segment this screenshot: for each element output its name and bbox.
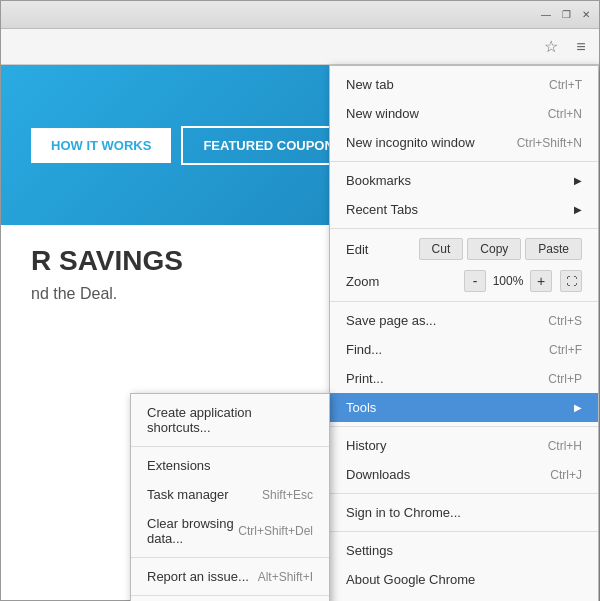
zoom-row: Zoom - 100% + ⛶ [330,265,598,297]
zoom-out-button[interactable]: - [464,270,486,292]
menu-section-new: New tab Ctrl+T New window Ctrl+N New inc… [330,66,598,162]
menu-item-tools[interactable]: Tools ▶ Create application shortcuts... … [330,393,598,422]
menu-item-new-incognito[interactable]: New incognito window Ctrl+Shift+N [330,128,598,157]
zoom-fullscreen-button[interactable]: ⛶ [560,270,582,292]
menu-item-history[interactable]: History Ctrl+H [330,431,598,460]
menu-item-new-window[interactable]: New window Ctrl+N [330,99,598,128]
browser-window: — ❐ ✕ ☆ ≡ HOW IT WORKS FEATURED COUPONS … [0,0,600,601]
zoom-in-button[interactable]: + [530,270,552,292]
maximize-button[interactable]: ❐ [557,6,575,24]
zoom-label: Zoom [346,274,464,289]
close-button[interactable]: ✕ [577,6,595,24]
menu-section-signin: Sign in to Chrome... [330,494,598,532]
menu-item-downloads[interactable]: Downloads Ctrl+J [330,460,598,489]
edit-label: Edit [346,242,419,257]
submenu-item-extensions[interactable]: Extensions [131,451,329,480]
recent-tabs-arrow-icon: ▶ [574,204,582,215]
menu-item-bookmarks[interactable]: Bookmarks ▶ [330,166,598,195]
chrome-menu-icon[interactable]: ≡ [569,35,593,59]
browser-toolbar: ☆ ≡ [1,29,599,65]
zoom-controls: - 100% + ⛶ [464,270,582,292]
menu-section-history: History Ctrl+H Downloads Ctrl+J [330,427,598,494]
main-dropdown-menu: New tab Ctrl+T New window Ctrl+N New inc… [329,65,599,601]
menu-section-page: Save page as... Ctrl+S Find... Ctrl+F Pr… [330,302,598,427]
menu-item-print[interactable]: Print... Ctrl+P [330,364,598,393]
copy-button[interactable]: Copy [467,238,521,260]
submenu-section-1: Create application shortcuts... [131,394,329,447]
how-it-works-button[interactable]: HOW IT WORKS [31,128,171,163]
menu-item-signin[interactable]: Sign in to Chrome... [330,498,598,527]
menu-item-settings[interactable]: Settings [330,536,598,565]
menu-section-settings: Settings About Google Chrome Help [330,532,598,601]
minimize-button[interactable]: — [537,6,555,24]
menu-item-about-chrome[interactable]: About Google Chrome [330,565,598,594]
submenu-item-report-issue[interactable]: Report an issue... Alt+Shift+I [131,562,329,591]
tools-submenu: Create application shortcuts... Extensio… [130,393,330,601]
cut-button[interactable]: Cut [419,238,464,260]
submenu-section-4: Encoding ▶ View source Ctrl+U Developer … [131,596,329,601]
bookmark-star-icon[interactable]: ☆ [539,35,563,59]
toolbar-right: ☆ ≡ [539,35,593,59]
paste-button[interactable]: Paste [525,238,582,260]
edit-buttons: Cut Copy Paste [419,238,582,260]
menu-item-new-tab[interactable]: New tab Ctrl+T [330,70,598,99]
submenu-item-task-manager[interactable]: Task manager Shift+Esc [131,480,329,509]
title-bar: — ❐ ✕ [1,1,599,29]
menu-item-recent-tabs[interactable]: Recent Tabs ▶ [330,195,598,224]
menu-section-edit-zoom: Edit Cut Copy Paste Zoom - 100% + ⛶ [330,229,598,302]
bookmarks-arrow-icon: ▶ [574,175,582,186]
zoom-value: 100% [490,274,526,288]
edit-row: Edit Cut Copy Paste [330,233,598,265]
submenu-section-3: Report an issue... Alt+Shift+I [131,558,329,596]
submenu-section-2: Extensions Task manager Shift+Esc Clear … [131,447,329,558]
submenu-item-create-shortcuts[interactable]: Create application shortcuts... [131,398,329,442]
menu-item-find[interactable]: Find... Ctrl+F [330,335,598,364]
menu-section-bookmarks: Bookmarks ▶ Recent Tabs ▶ [330,162,598,229]
tools-arrow-icon: ▶ [574,402,582,413]
menu-item-save-page[interactable]: Save page as... Ctrl+S [330,306,598,335]
menu-item-help[interactable]: Help [330,594,598,601]
submenu-item-clear-browsing[interactable]: Clear browsing data... Ctrl+Shift+Del [131,509,329,553]
